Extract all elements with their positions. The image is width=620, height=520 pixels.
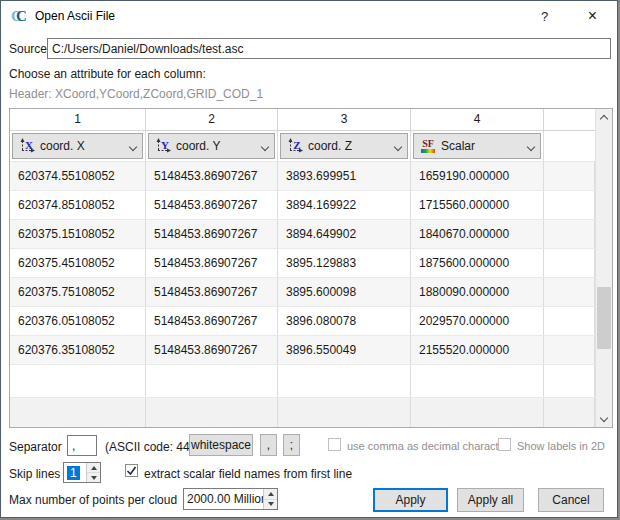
table-row: 620374.55108052 5148453.86907267 3893.69…: [10, 162, 595, 191]
use-comma-checkbox[interactable]: [328, 438, 341, 451]
table-cell: 3894.649902: [278, 220, 411, 248]
scrollbar-up-button[interactable]: [596, 109, 612, 126]
column-number-header: 2: [146, 109, 278, 130]
table-row: 620375.15108052 5148453.86907267 3894.64…: [10, 220, 595, 249]
table-row: 620375.45108052 5148453.86907267 3895.12…: [10, 249, 595, 278]
table-cell: 5148453.86907267: [146, 307, 278, 335]
apply-all-button[interactable]: Apply all: [457, 488, 524, 512]
axis-x-icon: X: [19, 138, 35, 154]
column-table: 1 2 3 4 X coord. X: [9, 108, 613, 428]
table-cell: 5148453.86907267: [146, 249, 278, 277]
table-cell: 5148453.86907267: [146, 336, 278, 364]
semicolon-button[interactable]: ;: [283, 434, 300, 456]
comma-button[interactable]: ,: [260, 434, 277, 456]
table-cell: 1875600.000000: [411, 249, 544, 277]
spinner-up-button[interactable]: [264, 489, 277, 499]
table-cell: 5148453.86907267: [146, 162, 278, 190]
table-cell: 1715560.000000: [411, 191, 544, 219]
attribute-selector-y[interactable]: Y coord. Y: [148, 133, 275, 159]
ascii-code-label: (ASCII code: 44): [105, 440, 194, 454]
max-points-label: Max number of points per cloud: [9, 493, 177, 507]
selector-label: coord. Z: [308, 139, 352, 153]
cancel-button[interactable]: Cancel: [538, 488, 604, 512]
window-title: Open Ascii File: [35, 9, 115, 23]
table-cell-empty: [544, 365, 595, 397]
table-cell: 3895.600098: [278, 278, 411, 306]
spinner-down-button[interactable]: [264, 499, 277, 510]
use-comma-label: use comma as decimal character: [347, 440, 508, 452]
table-cell-empty: [411, 398, 544, 427]
source-label: Source: [9, 42, 47, 56]
table-cell-empty: [544, 220, 595, 248]
max-points-spinbox[interactable]: 2000.00 Million: [183, 488, 278, 510]
svg-text:Y: Y: [161, 139, 169, 151]
table-cell: 3895.129883: [278, 249, 411, 277]
table-row: 620375.75108052 5148453.86907267 3895.60…: [10, 278, 595, 307]
selector-label: Scalar: [441, 139, 475, 153]
whitespace-button[interactable]: whitespace: [189, 434, 253, 456]
table-row: 620374.85108052 5148453.86907267 3894.16…: [10, 191, 595, 220]
max-points-value[interactable]: 2000.00 Million: [184, 489, 263, 509]
skip-lines-spinbox[interactable]: 1: [63, 462, 101, 483]
selector-cell: X coord. X: [10, 131, 146, 161]
separator-input[interactable]: ,: [67, 435, 97, 456]
table-cell: 620375.15108052: [10, 220, 146, 248]
table-row-empty: [10, 398, 595, 427]
close-button[interactable]: ×: [570, 1, 615, 31]
vertical-scrollbar[interactable]: [595, 109, 612, 427]
show-labels-label: Show labels in 2D: [517, 440, 605, 452]
table-cell-empty: [411, 365, 544, 397]
table-cell: 1659190.000000: [411, 162, 544, 190]
scalar-field-icon: SF: [420, 138, 436, 154]
extract-names-checkbox[interactable]: [125, 464, 138, 477]
attribute-selector-z[interactable]: Z coord. Z: [280, 133, 408, 159]
scrollbar-thumb[interactable]: [597, 287, 611, 349]
table-cell: 620374.55108052: [10, 162, 146, 190]
source-input[interactable]: C:/Users/Daniel/Downloads/test.asc: [47, 38, 611, 59]
skip-lines-label: Skip lines: [9, 467, 60, 481]
skip-lines-value[interactable]: 1: [67, 466, 80, 480]
selector-cell: Y coord. Y: [146, 131, 278, 161]
help-button[interactable]: ?: [522, 1, 567, 31]
show-labels-checkbox[interactable]: [498, 438, 511, 451]
chevron-down-icon: [395, 139, 401, 153]
scrollbar-up-icon: [600, 115, 608, 123]
column-number-header: 4: [411, 109, 544, 130]
table-cell: 3896.080078: [278, 307, 411, 335]
chevron-down-icon: [130, 139, 136, 153]
table-cell-empty: [544, 278, 595, 306]
table-cell: 3896.550049: [278, 336, 411, 364]
selector-cell: SF Scalar: [411, 131, 544, 161]
table-cell: 3894.169922: [278, 191, 411, 219]
table-cell: 3893.699951: [278, 162, 411, 190]
column-number-header-empty: [544, 109, 595, 130]
attribute-prompt: Choose an attribute for each column:: [9, 67, 206, 81]
table-cell-empty: [544, 307, 595, 335]
table-cell-empty: [146, 365, 278, 397]
table-row-empty: [10, 365, 595, 398]
selector-cell-empty: [544, 131, 595, 161]
chevron-down-icon: [528, 139, 534, 153]
selector-cell: Z coord. Z: [278, 131, 411, 161]
column-number-header: 3: [278, 109, 411, 130]
table-cell: 620375.45108052: [10, 249, 146, 277]
table-cell: 2029570.000000: [411, 307, 544, 335]
column-number-header-row: 1 2 3 4: [10, 109, 595, 131]
selector-label: coord. X: [40, 139, 85, 153]
apply-button[interactable]: Apply: [373, 488, 448, 512]
axis-z-icon: Z: [287, 138, 303, 154]
table-cell-empty: [544, 249, 595, 277]
table-cell: 620376.05108052: [10, 307, 146, 335]
table-cell-empty: [278, 398, 411, 427]
extract-names-label: extract scalar field names from first li…: [144, 467, 352, 481]
table-cell-empty: [146, 398, 278, 427]
column-number-header: 1: [10, 109, 146, 130]
attribute-selector-x[interactable]: X coord. X: [12, 133, 143, 159]
cloudcompare-logo-icon: C C: [11, 8, 27, 24]
spinner-down-button[interactable]: [87, 472, 100, 482]
table-cell-empty: [544, 336, 595, 364]
scrollbar-down-button[interactable]: [596, 410, 612, 427]
scrollbar-down-icon: [600, 413, 608, 421]
attribute-selector-scalar[interactable]: SF Scalar: [413, 133, 541, 159]
spinner-up-button[interactable]: [87, 463, 100, 472]
